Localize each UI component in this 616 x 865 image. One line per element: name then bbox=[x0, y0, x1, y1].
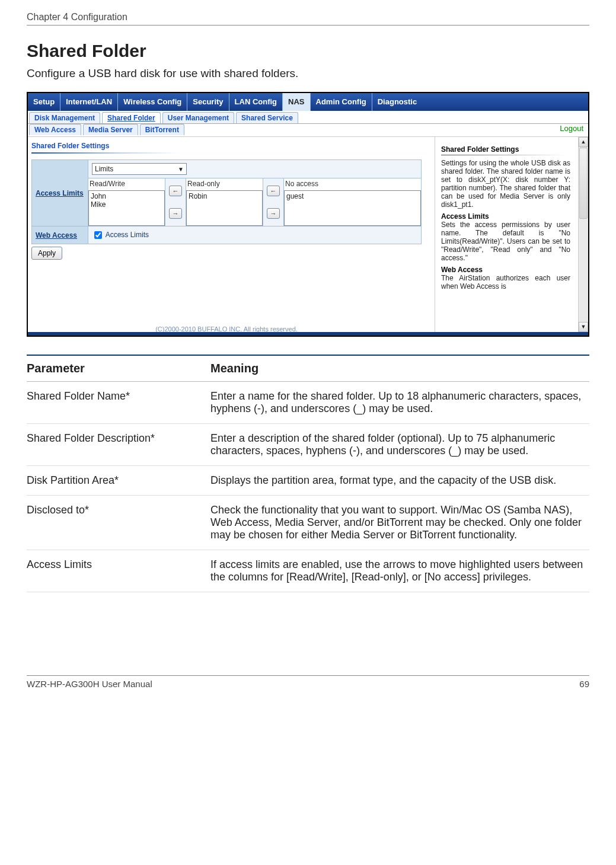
help-p1: Settings for using the whole USB disk as… bbox=[441, 159, 570, 209]
col-head-rw: Read/Write bbox=[88, 178, 165, 190]
tab-nas[interactable]: NAS bbox=[283, 93, 310, 111]
help-h1: Shared Folder Settings bbox=[441, 145, 570, 154]
main-panel: Shared Folder Settings Access Limits Lim… bbox=[28, 137, 425, 332]
scroll-up-icon[interactable]: ▲ bbox=[579, 137, 588, 147]
subtab-shared-service[interactable]: Shared Service bbox=[236, 112, 298, 123]
param-head-parameter: Parameter bbox=[27, 362, 210, 375]
chevron-down-icon: ▼ bbox=[178, 166, 184, 173]
param-row: Access LimitsIf access limits are enable… bbox=[27, 550, 589, 592]
subtab-web-access[interactable]: Web Access bbox=[29, 124, 81, 135]
param-meaning: Enter a name for the shared folder. Up t… bbox=[210, 390, 589, 415]
tab-setup[interactable]: Setup bbox=[28, 93, 60, 111]
param-name: Shared Folder Name* bbox=[27, 390, 210, 415]
param-row: Disclosed to*Check the functionality tha… bbox=[27, 496, 589, 550]
sub-tab-row-1: Disk Management Shared Folder User Manag… bbox=[28, 111, 588, 124]
tab-security[interactable]: Security bbox=[187, 93, 229, 111]
apply-button[interactable]: Apply bbox=[31, 247, 62, 260]
param-meaning: If access limits are enabled, use the ar… bbox=[210, 558, 589, 583]
copyright-text: (C)2000-2010 BUFFALO INC. All rights res… bbox=[155, 325, 298, 332]
param-name: Disk Partition Area* bbox=[27, 474, 210, 487]
access-limits-cb-label: Access Limits bbox=[106, 231, 149, 239]
param-name: Shared Folder Description* bbox=[27, 432, 210, 457]
section-title: Shared Folder bbox=[27, 41, 589, 61]
help-h2: Access Limits bbox=[441, 212, 570, 221]
scroll-thumb[interactable] bbox=[579, 148, 588, 219]
help-scrollbar[interactable]: ▲ ▼ bbox=[578, 137, 588, 332]
access-limits-checkbox[interactable] bbox=[94, 231, 102, 239]
move-right-button-2[interactable]: → bbox=[267, 208, 280, 219]
list-read-write[interactable]: John Mike bbox=[88, 190, 165, 226]
param-meaning: Check the functionality that you want to… bbox=[210, 504, 589, 541]
param-name: Access Limits bbox=[27, 558, 210, 583]
tab-diagnostic[interactable]: Diagnostic bbox=[372, 93, 588, 111]
move-left-button-2[interactable]: ← bbox=[267, 186, 280, 196]
tab-lan-config[interactable]: LAN Config bbox=[229, 93, 283, 111]
help-p2: Sets the access permissions by user name… bbox=[441, 221, 570, 262]
footer-page-number: 69 bbox=[579, 679, 589, 689]
main-tab-bar: Setup Internet/LAN Wireless Config Secur… bbox=[28, 93, 588, 111]
panel-underline bbox=[31, 152, 180, 154]
subtab-user-management[interactable]: User Management bbox=[162, 112, 234, 123]
param-row: Shared Folder Name*Enter a name for the … bbox=[27, 382, 589, 424]
col-head-na: No access bbox=[284, 178, 421, 190]
subtab-bittorrent[interactable]: BitTorrent bbox=[140, 124, 184, 135]
param-table-header: Parameter Meaning bbox=[27, 356, 589, 382]
scroll-down-icon[interactable]: ▼ bbox=[579, 322, 588, 332]
list-no-access[interactable]: guest bbox=[284, 190, 421, 226]
limits-select-value: Limits bbox=[95, 165, 113, 173]
logout-link[interactable]: Logout bbox=[560, 124, 587, 133]
subtab-media-server[interactable]: Media Server bbox=[83, 124, 138, 135]
param-meaning: Enter a description of the shared folder… bbox=[210, 432, 589, 457]
section-desc: Configure a USB hard disk for use with s… bbox=[27, 67, 589, 80]
param-name: Disclosed to* bbox=[27, 504, 210, 541]
param-row: Disk Partition Area*Displays the partiti… bbox=[27, 466, 589, 496]
help-underline bbox=[441, 155, 566, 155]
sub-tab-row-2: Web Access Media Server BitTorrent Logou… bbox=[28, 124, 588, 137]
tab-wireless-config[interactable]: Wireless Config bbox=[118, 93, 187, 111]
footer-left: WZR-HP-AG300H User Manual bbox=[27, 679, 152, 689]
move-right-button-1[interactable]: → bbox=[169, 208, 182, 219]
settings-table: Access Limits Limits ▼ Read/Write John M… bbox=[31, 159, 422, 244]
param-meaning: Displays the partition area, format type… bbox=[210, 474, 589, 487]
param-row: Shared Folder Description*Enter a descri… bbox=[27, 424, 589, 466]
list-read-only[interactable]: Robin bbox=[186, 190, 263, 226]
help-p3: The AirStation authorizes each user when… bbox=[441, 274, 570, 291]
help-panel: Shared Folder Settings Settings for usin… bbox=[425, 137, 588, 332]
page-footer: WZR-HP-AG300H User Manual 69 bbox=[27, 675, 589, 689]
tab-internet-lan[interactable]: Internet/LAN bbox=[60, 93, 118, 111]
embedded-ui: Setup Internet/LAN Wireless Config Secur… bbox=[27, 92, 589, 337]
param-head-meaning: Meaning bbox=[210, 362, 258, 375]
limits-select[interactable]: Limits ▼ bbox=[92, 163, 187, 175]
row-label-web-access: Web Access bbox=[32, 226, 88, 244]
subtab-shared-folder[interactable]: Shared Folder bbox=[102, 112, 161, 123]
panel-title: Shared Folder Settings bbox=[31, 142, 422, 150]
param-table-body: Shared Folder Name*Enter a name for the … bbox=[27, 382, 589, 592]
help-h3: Web Access bbox=[441, 266, 570, 274]
col-head-ro: Read-only bbox=[186, 178, 263, 190]
move-left-button-1[interactable]: ← bbox=[169, 186, 182, 196]
tab-admin-config[interactable]: Admin Config bbox=[311, 93, 372, 111]
chapter-header: Chapter 4 Configuration bbox=[27, 12, 589, 25]
subtab-disk-management[interactable]: Disk Management bbox=[29, 112, 100, 123]
row-label-access-limits: Access Limits bbox=[32, 160, 88, 226]
